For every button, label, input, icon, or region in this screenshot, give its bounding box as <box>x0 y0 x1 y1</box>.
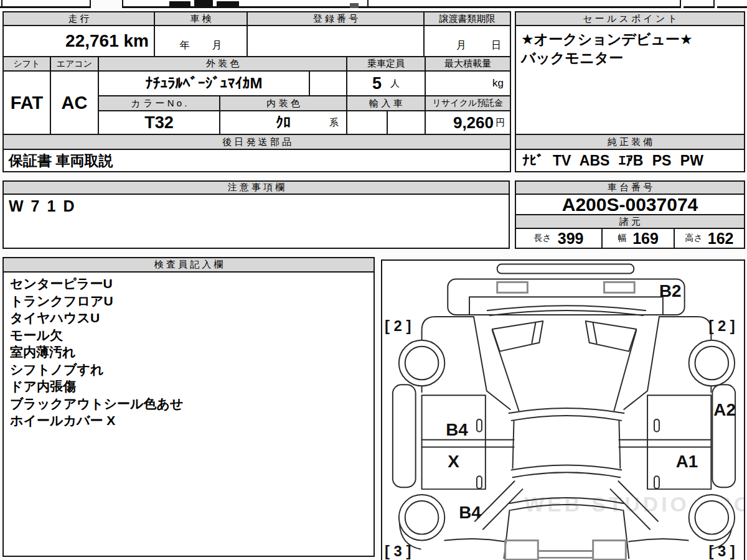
inspector-notes-body: センターピラーU トランクフロアU タイヤハウスU モール欠 室内薄汚れ シフト… <box>2 271 375 557</box>
damage-label-a1: A1 <box>676 452 698 471</box>
damage-label-a2: A2 <box>713 400 736 419</box>
shaken-date: 年 月 <box>154 25 248 57</box>
header-max-load: 最大積載量 <box>425 56 511 72</box>
header-import: 輸 入 車 <box>346 95 426 111</box>
inspector-note: 室内薄汚れ <box>10 343 367 361</box>
transfer-day-label: 日 <box>491 39 501 52</box>
spec-length: 長さ 399 <box>515 228 603 249</box>
max-load-value: kg <box>425 70 511 96</box>
car-diagram-box: WEB STUDIO.PRO <box>381 259 745 560</box>
later-parts-value: 保証書 車両取説 <box>2 149 511 172</box>
door-handle-slot <box>477 476 482 488</box>
front-bumper-block <box>593 541 626 560</box>
recycle-amount: 9,260 <box>453 113 494 133</box>
sales-point-line1: ★オークションデビュー★ <box>521 30 739 49</box>
aircon-value: AC <box>50 70 99 135</box>
damage-label-3-right: [ 3 ] <box>708 543 735 559</box>
interior-color-value: ｸﾛ 系 <box>219 110 347 135</box>
header-sales-point: セ ー ル ス ポ イ ン ト <box>515 11 745 26</box>
spec-width-label: 幅 <box>618 233 626 244</box>
recycle-deposit-value: 9,260 円 <box>425 110 511 135</box>
inspector-note: ブラックアウトシール色あせ <box>10 395 367 413</box>
inspector-note: ホイールカバー X <box>10 412 367 429</box>
rear-bumper-slot <box>604 282 635 292</box>
header-inspector-notes: 検 査 員 記 入 欄 <box>2 257 375 273</box>
left-door-panel <box>422 395 486 489</box>
damage-label-x: X <box>448 452 459 471</box>
capacity-value: 5 人 <box>346 70 426 96</box>
inspector-note: シフトノブすれ <box>10 361 367 378</box>
damage-label-b2: B2 <box>659 281 682 301</box>
spec-width: 幅 169 <box>601 228 675 249</box>
inspector-note: タイヤハウスU <box>10 309 367 327</box>
damage-label-b4-upper: B4 <box>446 420 468 439</box>
spec-width-value: 169 <box>632 230 659 248</box>
damage-label-2-right: [ 2 ] <box>708 317 735 334</box>
inspector-note: モール欠 <box>10 327 367 344</box>
header-specs: 諸 元 <box>515 214 745 229</box>
spoiler-outline <box>497 264 634 274</box>
transfer-deadline-value: 月 日 <box>423 25 511 57</box>
header-mileage: 走 行 <box>2 11 155 26</box>
interior-color-suffix: 系 <box>329 117 339 129</box>
sales-point-body: ★オークションデビュー★ バックモニター <box>515 25 745 135</box>
exterior-color-extra-cell <box>309 70 347 96</box>
spec-height: 高さ 162 <box>674 228 745 249</box>
header-color-no: カ ラ ー N o . <box>98 95 220 111</box>
rear-bumper-slot <box>497 282 528 292</box>
door-handle-slot <box>654 419 659 432</box>
left-rocker-rail <box>393 385 416 487</box>
capacity-number: 5 <box>372 74 382 93</box>
spec-height-label: 高さ <box>685 233 702 244</box>
shaken-month-label: 月 <box>212 39 222 52</box>
genuine-equipment-value: ﾅﾋﾞ TV ABS ｴｱB PS PW <box>515 149 745 172</box>
capacity-unit: 人 <box>390 78 400 90</box>
damage-label-3-left: [ 3 ] <box>385 543 411 559</box>
right-door-panel <box>647 395 711 489</box>
car-top-view-diagram: WEB STUDIO.PRO <box>382 261 744 560</box>
interior-color-text: ｸﾛ <box>276 114 291 131</box>
header-transfer-deadline: 譲渡書類期限 <box>423 11 511 26</box>
inspector-note: センターピラーU <box>10 275 367 292</box>
import-cell-2 <box>387 110 426 135</box>
rear-left-wheel <box>399 340 444 386</box>
color-no-value: T32 <box>98 110 220 135</box>
auction-sheet: 走 行 車 検 登 録 番 号 譲渡書類期限 22,761 km 年 月 月 日… <box>0 0 747 560</box>
transfer-month-label: 月 <box>456 39 466 52</box>
damage-label-2-left: [ 2 ] <box>385 317 411 334</box>
inspector-note: トランクフロアU <box>10 292 367 310</box>
front-left-wheel <box>399 495 444 540</box>
header-registration-number: 登 録 番 号 <box>247 11 425 26</box>
notes-value: W71D <box>2 194 510 249</box>
front-bumper-block <box>505 541 538 560</box>
door-handle-slot <box>654 476 659 488</box>
mileage-value: 22,761 km <box>2 25 155 57</box>
spec-length-label: 長さ <box>533 233 551 244</box>
header-chassis-number: 車 台 番 号 <box>515 180 745 195</box>
front-right-wheel <box>689 495 735 540</box>
header-shift: シフト <box>2 56 51 72</box>
header-interior-color: 内 装 色 <box>219 95 347 111</box>
door-handle-slot <box>477 419 482 432</box>
header-exterior-color: 外 装 色 <box>98 56 347 72</box>
sales-point-line2: バックモニター <box>521 49 739 67</box>
spec-height-value: 162 <box>708 230 734 248</box>
shift-value: FAT <box>2 70 51 135</box>
exterior-color-value: ﾅﾁｭﾗﾙﾍﾞｰｼﾞｭﾏｲｶM <box>98 70 310 96</box>
import-cell-1 <box>346 110 388 135</box>
header-recycle-deposit: リサイクル預託金 <box>425 95 511 111</box>
rear-right-wheel <box>689 340 735 386</box>
header-capacity: 乗車定員 <box>346 56 426 72</box>
spec-length-value: 399 <box>558 230 584 248</box>
shaken-year-label: 年 <box>180 39 190 52</box>
header-genuine-equipment: 純 正 装 備 <box>515 134 745 150</box>
header-shaken: 車 検 <box>154 11 248 26</box>
chassis-number-value: A200S-0037074 <box>515 194 745 215</box>
damage-label-b4-lower: B4 <box>459 503 481 522</box>
header-later-parts: 後 日 発 送 部 品 <box>2 134 511 150</box>
inspector-note: ドア内張傷 <box>10 378 367 395</box>
recycle-unit: 円 <box>496 117 505 129</box>
header-aircon: エアコン <box>50 56 99 72</box>
registration-number-value <box>247 25 425 57</box>
header-notes: 注 意 事 項 欄 <box>2 180 510 195</box>
